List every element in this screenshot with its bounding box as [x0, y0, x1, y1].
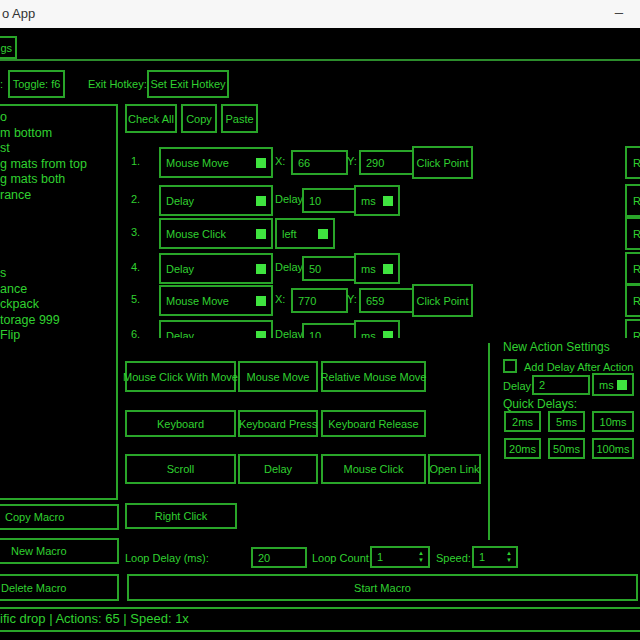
set-exit-hotkey-button[interactable]: Set Exit Hotkey [147, 70, 229, 98]
delay-unit-value: ms [361, 330, 376, 339]
delay-unit-dropdown[interactable]: ms [354, 320, 400, 338]
macro-list-item[interactable] [0, 250, 116, 266]
quick-delay-100ms-button[interactable]: 100ms [592, 438, 634, 459]
macro-list-item[interactable]: s [0, 266, 116, 282]
action-index: 2. [131, 193, 140, 205]
x-input[interactable]: 770 [291, 288, 348, 313]
macro-list-item[interactable] [0, 204, 116, 220]
quick-delay-2ms-button[interactable]: 2ms [504, 411, 541, 432]
add-relative-mouse-move-button[interactable]: Relative Mouse Move [321, 361, 426, 392]
title-bar: o App – [0, 0, 640, 28]
copy-button[interactable]: Copy [181, 104, 217, 133]
speed-label: Speed: [436, 552, 471, 564]
settings-divider [488, 343, 490, 540]
add-mouse-click-button[interactable]: Mouse Click [321, 454, 426, 484]
macro-list-item[interactable]: o [0, 110, 116, 126]
action-type-dropdown[interactable]: Delay [159, 185, 273, 216]
paste-button[interactable]: Paste [221, 104, 258, 133]
remove-action-button[interactable]: R [625, 284, 640, 317]
y-input[interactable]: 659 [359, 288, 416, 313]
remove-action-button[interactable]: R [625, 319, 640, 338]
new-action-delay-unit-dropdown[interactable]: ms [592, 373, 634, 396]
delay-label: Delay [275, 261, 303, 273]
click-point-button[interactable]: Click Point [412, 146, 473, 179]
add-delay-after-action-checkbox[interactable] [503, 359, 517, 373]
tab-label: gs [0, 42, 12, 54]
remove-action-button[interactable]: R [625, 146, 640, 179]
delay-input[interactable]: 50 [302, 256, 359, 281]
action-type-dropdown[interactable]: Delay [159, 253, 273, 284]
quick-delay-20ms-button[interactable]: 20ms [504, 438, 541, 459]
action-index: 1. [131, 155, 140, 167]
toggle-hotkey-button[interactable]: Toggle: f6 [8, 70, 65, 98]
delete-macro-button[interactable]: Delete Macro [0, 574, 119, 601]
add-delay-button[interactable]: Delay [238, 454, 318, 484]
action-type-value: Delay [166, 330, 194, 339]
spinner-up-icon[interactable]: ▲ [506, 550, 512, 557]
delay-input[interactable]: 10 [302, 323, 359, 338]
mouse-button-dropdown[interactable]: left [275, 218, 335, 249]
start-macro-button[interactable]: Start Macro [127, 574, 638, 601]
click-point-button[interactable]: Click Point [412, 284, 473, 317]
remove-action-button[interactable]: R [625, 217, 640, 250]
loop-delay-input[interactable]: 20 [251, 547, 307, 568]
macro-list-item[interactable]: g mats from top [0, 157, 116, 173]
copy-macro-button[interactable]: Copy Macro [0, 504, 119, 530]
y-input[interactable]: 290 [359, 150, 416, 175]
delay-label: Delay [275, 193, 303, 205]
macro-list-item[interactable]: rance [0, 188, 116, 204]
quick-delay-50ms-button[interactable]: 50ms [548, 438, 585, 459]
delay-unit-dropdown[interactable]: ms [354, 253, 400, 284]
dropdown-square-icon [256, 158, 266, 168]
loop-delay-label: Loop Delay (ms): [125, 552, 209, 564]
remove-action-button[interactable]: R [625, 252, 640, 285]
add-open-link-button[interactable]: Open Link [428, 454, 481, 484]
macro-list-item[interactable]: m bottom [0, 126, 116, 142]
macro-list-item[interactable] [0, 235, 116, 251]
window-title: o App [2, 6, 35, 21]
macro-list-item[interactable]: Flip [0, 328, 116, 344]
speed-stepper[interactable]: 1 ▲▼ [472, 546, 518, 568]
dropdown-square-icon [383, 196, 393, 206]
action-index: 3. [131, 226, 140, 238]
new-action-delay-input[interactable]: 2 [532, 375, 590, 395]
macro-list-item[interactable]: st [0, 141, 116, 157]
add-scroll-button[interactable]: Scroll [125, 454, 236, 484]
add-mouse-move-button[interactable]: Mouse Move [238, 361, 318, 392]
minimize-button[interactable]: – [598, 0, 640, 28]
delay-input[interactable]: 10 [302, 188, 359, 213]
add-keyboard-button[interactable]: Keyboard [125, 410, 236, 437]
x-input[interactable]: 66 [291, 150, 348, 175]
macro-list-item[interactable] [0, 219, 116, 235]
quick-delay-5ms-button[interactable]: 5ms [548, 411, 585, 432]
macro-list-item[interactable]: ckpack [0, 297, 116, 313]
spinner-up-icon[interactable]: ▲ [418, 550, 424, 557]
loop-count-stepper[interactable]: 1 ▲▼ [370, 546, 430, 568]
tab-settings[interactable]: gs [0, 36, 17, 59]
status-bar-top-border [0, 607, 640, 609]
dropdown-square-icon [383, 331, 393, 339]
quick-delay-10ms-button[interactable]: 10ms [592, 411, 634, 432]
action-type-dropdown[interactable]: Mouse Click [159, 218, 273, 249]
stepper-arrows: ▲▼ [418, 550, 424, 564]
action-type-dropdown[interactable]: Mouse Move [159, 285, 273, 316]
macro-list-item[interactable]: ance [0, 282, 116, 298]
add-right-click-button[interactable]: Right Click [125, 503, 237, 529]
delay-unit-dropdown[interactable]: ms [354, 185, 400, 216]
new-macro-button[interactable]: New Macro [0, 538, 119, 564]
add-keyboard-press-button[interactable]: Keyboard Press [238, 410, 318, 437]
check-all-button[interactable]: Check All [125, 104, 177, 133]
action-type-dropdown[interactable]: Delay [159, 320, 273, 338]
macro-list-item[interactable]: torage 999 [0, 313, 116, 329]
exit-hotkey-label: Exit Hotkey: [88, 78, 147, 90]
toggle-hotkey-label-fragment: : [0, 78, 3, 90]
macro-list-item[interactable]: g mats both [0, 172, 116, 188]
spinner-down-icon[interactable]: ▼ [418, 557, 424, 564]
remove-action-button[interactable]: R [625, 184, 640, 217]
spinner-down-icon[interactable]: ▼ [506, 557, 512, 564]
action-type-dropdown[interactable]: Mouse Move [159, 147, 273, 178]
dropdown-square-icon [256, 264, 266, 274]
macro-list[interactable]: o m bottom st g mats from top g mats bot… [0, 104, 118, 500]
add-keyboard-release-button[interactable]: Keyboard Release [321, 410, 426, 437]
add-mouse-click-with-move-button[interactable]: Mouse Click With Move [125, 361, 236, 392]
